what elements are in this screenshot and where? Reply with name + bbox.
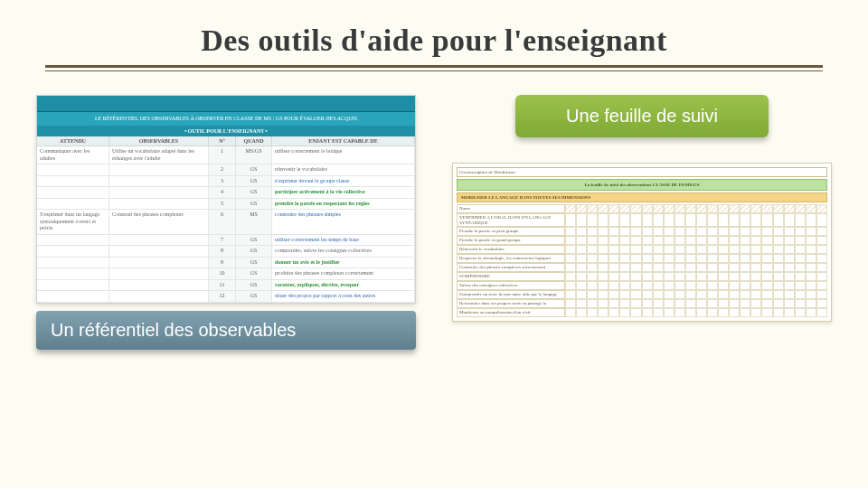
sheet-cell [816,308,827,317]
sheet-row-label: Prendre la parole en petit groupe [457,227,565,236]
referential-column-header: N° [209,136,236,146]
sheet-cell [816,299,827,308]
sheet-cell [784,213,795,227]
referential-cell: 11 [209,280,236,292]
sheet-cell [619,272,630,281]
sheet-cell [718,290,729,299]
sheet-cell [598,272,609,281]
sheet-cell [784,281,795,290]
referential-cell: Utilise un vocabulaire adapté dans les é… [109,146,209,164]
sheet-cell [729,263,740,272]
sheet-cell [773,281,784,290]
sheet-cell [565,213,576,227]
sheet-cell [750,272,761,281]
sheet-cell [795,213,806,227]
sheet-cell [696,308,707,317]
referential-column-header: QUAND [236,136,272,146]
sheet-cell [576,272,587,281]
referential-cell [37,187,109,199]
sheet-cell [664,263,675,272]
sheet-cell [718,281,729,290]
sheet-cell [816,254,827,263]
sheet-cell [598,299,609,308]
sheet-cell [729,299,740,308]
referential-cell [109,176,209,188]
sheet-name-cell [630,204,641,213]
sheet-cell [609,281,619,290]
sheet-cell [729,236,740,245]
sheet-cell [761,236,772,245]
referential-cell [109,258,209,269]
sheet-row-label: Construire des phrases complexes correct… [457,263,565,272]
sheet-cell [795,263,806,272]
sheet-name-cell [795,204,806,213]
sheet-cell [740,254,750,263]
sheet-cell [729,272,740,281]
sheet-name-cell [587,204,598,213]
referential-cell: participer activement à la vie collectiv… [272,187,415,199]
sheet-cell [773,263,784,272]
sheet-cell [707,308,718,317]
referential-column-header: ENFANT EST CAPABLE DE [272,136,415,146]
sheet-cell [750,281,761,290]
sheet-cell [675,245,685,254]
sheet-cell [696,236,707,245]
sheet-cell [795,245,806,254]
sheet-cell [630,281,641,290]
sheet-cell [619,213,630,227]
sheet-cell [795,281,806,290]
sheet-name-cell [707,204,718,213]
sheet-cell [642,213,653,227]
sheet-name-cell [816,204,827,213]
sheet-row-label: Manifester sa compréhension d'un récit [457,308,565,317]
sheet-cell [718,227,729,236]
referential-cell: GS [236,280,272,292]
referential-cell [37,291,109,303]
sheet-cell [576,263,587,272]
sheet-cell [653,227,664,236]
sheet-cell [784,272,795,281]
referential-cell: 6 [209,210,236,235]
sheet-cell [707,254,718,263]
sheet-cell [587,254,598,263]
sheet-cell [773,299,784,308]
referential-cell: construire des phrases simples [272,210,415,235]
sheet-cell [707,281,718,290]
sheet-cell [696,290,707,299]
sheet-cell [609,227,619,236]
sheet-grid: NomsS'EXPRIMER À L'ORAL DANS UN LANGAGE … [457,204,827,317]
sheet-cell [675,290,685,299]
sheet-cell [619,245,630,254]
sheet-cell [598,290,609,299]
sheet-cell [675,236,685,245]
sheet-cell [565,308,576,317]
sheet-cell [630,272,641,281]
sheet-cell [685,263,696,272]
sheet-cell [718,263,729,272]
sheet-cell [806,308,816,317]
sheet-cell [664,272,675,281]
sheet-cell [565,272,576,281]
sheet-title: La feuille de suivi des observations CLA… [457,179,827,191]
referential-cell: prendre la parole en respectant les règl… [272,199,415,211]
sheet-cell [653,263,664,272]
sheet-name-cell [685,204,696,213]
sheet-name-cell [609,204,619,213]
sheet-cell [740,299,750,308]
referential-cell [37,258,109,269]
sheet-cell [806,290,816,299]
referential-cell: 5 [209,199,236,211]
sheet-cell [750,213,761,227]
sheet-cell [761,263,772,272]
sheet-cell [750,254,761,263]
sheet-cell [795,254,806,263]
sheet-cell [642,281,653,290]
sheet-cell [642,236,653,245]
sheet-cell [598,227,609,236]
sheet-cell [664,227,675,236]
sheet-cell [696,227,707,236]
referential-cell: GS [236,246,272,258]
sheet-cell [675,213,685,227]
sheet-cell [806,254,816,263]
referential-header-bar [37,96,415,112]
